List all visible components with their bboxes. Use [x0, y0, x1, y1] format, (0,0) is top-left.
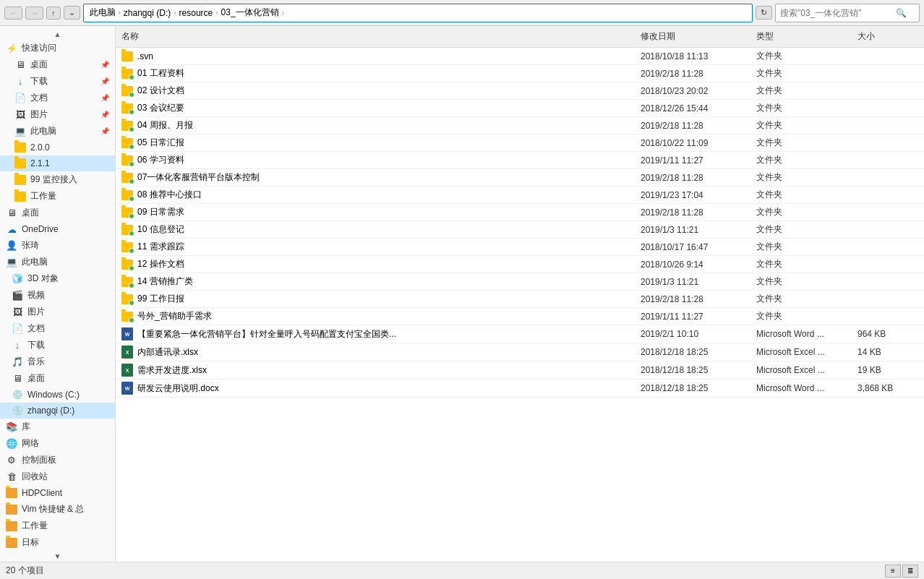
table-row[interactable]: 04 周报、月报 2019/2/18 11:28 文件夹: [116, 117, 924, 134]
file-icon: [121, 207, 133, 218]
table-row[interactable]: 10 信息登记 2019/1/3 11:21 文件夹: [116, 221, 924, 239]
file-name-cell: 12 操作文档: [116, 256, 635, 273]
path-drive[interactable]: zhangqi (D:): [124, 8, 171, 18]
sidebar-item-hdp[interactable]: HDPClient: [0, 485, 115, 501]
sidebar-item-onedrive[interactable]: ☁ OneDrive: [0, 221, 115, 237]
path-resource[interactable]: resource: [179, 8, 213, 18]
file-name-text: 03 会议纪要: [137, 102, 184, 114]
search-input[interactable]: [780, 8, 896, 18]
file-date-cell: 2018/10/18 11:13: [635, 49, 750, 64]
col-date[interactable]: 修改日期: [635, 29, 750, 44]
file-icon: [121, 121, 133, 131]
sidebar-item-workload[interactable]: 工作量: [0, 188, 115, 205]
file-size-cell: [852, 124, 924, 128]
table-row[interactable]: 08 推荐中心接口 2019/1/23 17:04 文件夹: [116, 186, 924, 204]
sidebar-item-zhang[interactable]: 👤 张琦: [0, 237, 115, 254]
file-name-cell: 10 信息登记: [116, 221, 635, 238]
col-name[interactable]: 名称: [116, 29, 635, 44]
search-box[interactable]: 🔍: [775, 4, 920, 22]
file-icon: W: [121, 382, 133, 395]
sidebar-item-dl[interactable]: ↓ 下载: [0, 337, 115, 353]
pics-icon: 🖼: [12, 306, 23, 318]
file-type-cell: 文件夹: [750, 48, 852, 64]
table-row[interactable]: X 需求开发进度.xlsx 2018/12/18 18:25 Microsoft…: [116, 361, 924, 379]
path-current[interactable]: 03_一体化营销: [221, 7, 279, 19]
file-icon: [121, 173, 133, 183]
sidebar-quickaccess-header[interactable]: ⚡ 快速访问: [0, 40, 115, 56]
sidebar-item-desktop[interactable]: 🖥 桌面 📌: [0, 56, 115, 73]
file-date-cell: 2019/2/18 11:28: [635, 171, 750, 185]
sidebar-item-docs2[interactable]: 📄 文档: [0, 320, 115, 337]
sidebar-item-vim[interactable]: Vim 快捷键 & 总: [0, 501, 115, 518]
table-row[interactable]: 12 操作文档 2018/10/26 9:14 文件夹: [116, 256, 924, 273]
file-size-cell: 3,868 KB: [852, 381, 924, 395]
table-row[interactable]: W 研发云使用说明.docx 2018/12/18 18:25 Microsof…: [116, 379, 924, 398]
table-row[interactable]: 07一体化客服营销平台版本控制 2019/2/18 11:28 文件夹: [116, 169, 924, 186]
file-type-cell: 文件夹: [750, 204, 852, 220]
table-row[interactable]: 02 设计文档 2018/10/23 20:02 文件夹: [116, 82, 924, 100]
file-date-cell: 2019/2/18 11:28: [635, 205, 750, 220]
file-name-cell: 11 需求跟踪: [116, 239, 635, 255]
table-row[interactable]: 05 日常汇报 2018/10/22 11:09 文件夹: [116, 134, 924, 152]
sidebar-item-drive-c[interactable]: 💿 Windows (C:): [0, 387, 115, 403]
sidebar-item-library[interactable]: 📚 库: [0, 419, 115, 435]
sidebar-item-desktop2[interactable]: 🖥 桌面: [0, 205, 115, 221]
table-row[interactable]: 03 会议纪要 2018/12/26 15:44 文件夹: [116, 100, 924, 117]
refresh-button[interactable]: ↻: [756, 6, 772, 20]
sidebar-item-thispc2[interactable]: 💻 此电脑: [0, 254, 115, 270]
table-row[interactable]: .svn 2018/10/18 11:13 文件夹: [116, 48, 924, 65]
sidebar-item-docs[interactable]: 📄 文档 📌: [0, 90, 115, 106]
sidebar-item-200[interactable]: 2.0.0: [0, 140, 115, 155]
sidebar-item-log[interactable]: 日标: [0, 534, 115, 551]
docs2-icon: 📄: [12, 323, 23, 335]
path-computer[interactable]: 此电脑: [90, 7, 116, 19]
sidebar-item-video[interactable]: 🎬 视频: [0, 287, 115, 304]
dropdown-button[interactable]: ⌄: [64, 6, 80, 20]
file-type-cell: 文件夹: [750, 100, 852, 116]
sidebar-item-download[interactable]: ↓ 下载 📌: [0, 73, 115, 90]
scroll-down-arrow[interactable]: ▼: [0, 551, 115, 562]
table-row[interactable]: 14 营销推广类 2019/1/3 11:21 文件夹: [116, 273, 924, 291]
scroll-up-arrow[interactable]: ▲: [0, 29, 115, 40]
view-detail-button[interactable]: ≣: [902, 565, 918, 578]
file-name-cell: 99 工作日报: [116, 291, 635, 307]
sidebar-item-thispc[interactable]: 💻 此电脑 📌: [0, 123, 115, 140]
table-row[interactable]: 01 工程资料 2019/2/18 11:28 文件夹: [116, 65, 924, 82]
sidebar-item-pics[interactable]: 🖼 图片: [0, 304, 115, 320]
table-row[interactable]: 09 日常需求 2019/2/18 11:28 文件夹: [116, 204, 924, 221]
address-path[interactable]: 此电脑 › zhangqi (D:) › resource › 03_一体化营销…: [83, 4, 753, 22]
sidebar-item-pictures[interactable]: 🖼 图片 📌: [0, 106, 115, 123]
3d-icon: 🧊: [12, 273, 23, 285]
download-icon: ↓: [14, 76, 26, 87]
search-icon[interactable]: 🔍: [896, 8, 907, 18]
sidebar-item-211[interactable]: 2.1.1: [0, 155, 115, 171]
col-size[interactable]: 大小: [852, 29, 924, 44]
sidebar-item-music[interactable]: 🎵 音乐: [0, 353, 115, 370]
sidebar-item-controlpanel[interactable]: ⚙ 控制面板: [0, 452, 115, 468]
view-list-button[interactable]: ≡: [885, 565, 901, 578]
sidebar-item-network[interactable]: 🌐 网络: [0, 435, 115, 452]
table-row[interactable]: 99 工作日报 2019/2/18 11:28 文件夹: [116, 291, 924, 308]
sidebar-item-3d[interactable]: 🧊 3D 对象: [0, 270, 115, 287]
sidebar-item-recycle[interactable]: 🗑 回收站: [0, 468, 115, 485]
back-button[interactable]: ←: [4, 7, 22, 20]
file-name-text: 09 日常需求: [137, 206, 184, 218]
table-row[interactable]: X 内部通讯录.xlsx 2018/12/18 18:25 Microsoft …: [116, 343, 924, 361]
sidebar-item-workload2[interactable]: 工作量: [0, 518, 115, 534]
table-row[interactable]: W 【重要紧急一体化营销平台】针对全量呼入号码配置支付宝全国类... 2019/…: [116, 325, 924, 343]
up-button[interactable]: ↑: [46, 7, 61, 20]
sidebar-item-drive-d[interactable]: 💿 zhangqi (D:): [0, 403, 115, 419]
col-type[interactable]: 类型: [750, 29, 852, 44]
table-row[interactable]: 06 学习资料 2019/1/11 11:27 文件夹: [116, 152, 924, 169]
file-icon: [121, 86, 133, 96]
forward-button[interactable]: →: [25, 7, 43, 20]
file-name-cell: W 研发云使用说明.docx: [116, 379, 635, 397]
dl-icon: ↓: [12, 340, 23, 351]
sidebar-item-desk3[interactable]: 🖥 桌面: [0, 370, 115, 387]
sidebar-item-99monitor[interactable]: 99 监控接入: [0, 171, 115, 188]
file-name-cell: 04 周报、月报: [116, 117, 635, 134]
table-row[interactable]: 11 需求跟踪 2018/10/17 16:47 文件夹: [116, 239, 924, 256]
file-date-cell: 2018/10/17 16:47: [635, 240, 750, 254]
controlpanel-icon: ⚙: [6, 455, 17, 466]
table-row[interactable]: 号外_营销助手需求 2019/1/11 11:27 文件夹: [116, 308, 924, 325]
